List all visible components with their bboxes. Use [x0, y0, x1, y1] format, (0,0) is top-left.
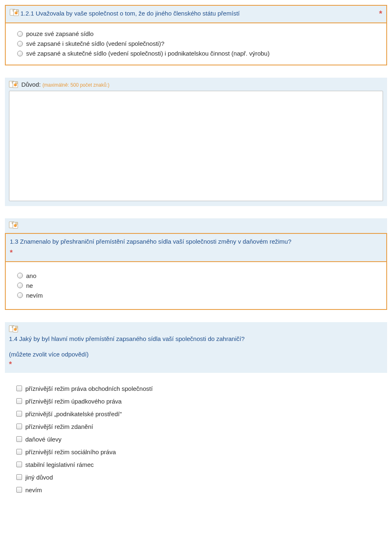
radio-icon — [17, 273, 23, 278]
options-list: ano ne nevím — [6, 262, 386, 309]
radio-option[interactable]: nevím — [17, 292, 375, 299]
question-1-3: 1.3 Znamenalo by přeshraniční přemístění… — [5, 218, 387, 310]
option-label: stabilní legislativní rámec — [25, 461, 94, 468]
question-header: 1.4 Jaký by byl hlavní motiv přemístění … — [5, 322, 387, 373]
checkbox-option[interactable]: daňové úlevy — [16, 436, 376, 443]
option-label: ano — [26, 272, 36, 279]
required-star-icon: * — [9, 360, 12, 368]
checkbox-option[interactable]: příznivější režim práva obchodních spole… — [16, 385, 376, 392]
checkbox-icon — [16, 474, 22, 480]
checkbox-icon — [16, 462, 22, 467]
radio-icon — [17, 31, 23, 37]
radio-icon — [17, 292, 23, 298]
checkbox-option[interactable]: příznivější režim zdanění — [16, 423, 376, 430]
checkbox-icon — [16, 398, 22, 404]
options-list: pouze své zapsané sídlo své zapsané i sk… — [6, 23, 386, 65]
radio-icon — [17, 51, 23, 56]
reason-hint: (maximálně: 500 počet znaků:) — [42, 82, 109, 88]
option-label: příznivější režim úpadkového práva — [25, 398, 122, 405]
question-title: 1.3 Znamenalo by přeshraniční přemístění… — [10, 237, 382, 246]
checkbox-option[interactable]: příznivější režim sociálního práva — [16, 448, 376, 455]
option-label: své zapsané a skutečné sídlo (vedení spo… — [26, 50, 270, 57]
document-pair-icon — [9, 325, 19, 333]
checkbox-icon — [16, 386, 22, 391]
option-label: přiznivější „podnikatelské prostředí" — [25, 410, 122, 417]
question-subtext: (můžete zvolit více odpovědí) — [9, 351, 383, 358]
checkbox-icon — [16, 411, 22, 417]
options-list: příznivější režim práva obchodních spole… — [5, 373, 387, 493]
option-label: pouze své zapsané sídlo — [26, 30, 94, 37]
checkbox-icon — [16, 449, 22, 455]
option-label: příznivější režim práva obchodních spole… — [25, 385, 153, 392]
question-1-2-1: 1.2.1 Uvažovala by vaše společnost o tom… — [5, 5, 387, 65]
option-label: příznivější režim zdanění — [25, 423, 93, 430]
question-title: 1.2.1 Uvažovala by vaše společnost o tom… — [20, 9, 377, 18]
radio-option[interactable]: ne — [17, 282, 375, 289]
required-star-icon: * — [10, 249, 13, 257]
checkbox-icon — [16, 436, 22, 442]
document-pair-icon — [9, 81, 19, 88]
document-pair-icon — [9, 222, 19, 229]
radio-option[interactable]: ano — [17, 272, 375, 279]
option-label: příznivější režim sociálního práva — [25, 448, 116, 455]
checkbox-icon — [16, 487, 22, 493]
option-label: ne — [26, 282, 33, 289]
radio-option[interactable]: své zapsané i skutečné sídlo (vedení spo… — [17, 40, 375, 47]
checkbox-option[interactable]: příznivější režim úpadkového práva — [16, 398, 376, 405]
document-pair-icon — [10, 9, 20, 16]
checkbox-icon — [16, 424, 22, 429]
option-label: nevím — [25, 486, 42, 493]
checkbox-option[interactable]: přiznivější „podnikatelské prostředí" — [16, 410, 376, 417]
question-header — [5, 218, 387, 233]
radio-option[interactable]: své zapsané a skutečné sídlo (vedení spo… — [17, 50, 375, 57]
option-label: své zapsané i skutečné sídlo (vedení spo… — [26, 40, 165, 47]
option-label: jiný důvod — [25, 474, 53, 481]
checkbox-option[interactable]: stabilní legislativní rámec — [16, 461, 376, 468]
option-label: daňové úlevy — [25, 436, 61, 443]
reason-block: Důvod: (maximálně: 500 počet znaků:) — [5, 78, 387, 206]
radio-option[interactable]: pouze své zapsané sídlo — [17, 30, 375, 37]
checkbox-option[interactable]: nevím — [16, 486, 376, 493]
question-title: 1.4 Jaký by byl hlavní motiv přemístění … — [9, 334, 383, 343]
radio-icon — [17, 41, 23, 47]
reason-textarea[interactable] — [9, 91, 383, 201]
radio-icon — [17, 282, 23, 288]
checkbox-option[interactable]: jiný důvod — [16, 474, 376, 481]
question-1-4: 1.4 Jaký by byl hlavní motiv přemístění … — [5, 322, 387, 493]
question-header: 1.2.1 Uvažovala by vaše společnost o tom… — [6, 6, 386, 23]
reason-label: Důvod: — [21, 81, 41, 88]
option-label: nevím — [26, 292, 43, 299]
required-star-icon: * — [379, 9, 382, 18]
